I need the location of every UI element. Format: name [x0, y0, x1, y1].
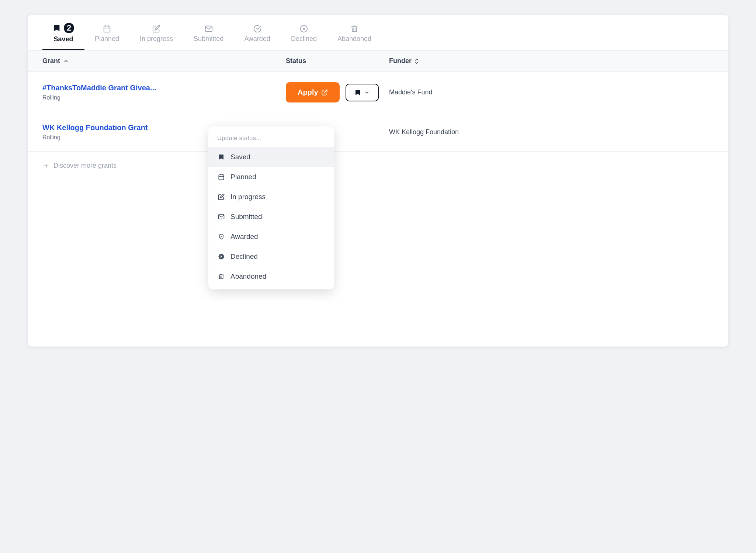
- col-header-funder[interactable]: Funder: [389, 57, 714, 65]
- envelope-icon-submitted: [205, 25, 213, 33]
- external-link-icon: [321, 89, 328, 96]
- tab-saved[interactable]: 2 Saved: [42, 15, 84, 50]
- dropdown-item-declined[interactable]: Declined: [208, 247, 334, 267]
- apply-button[interactable]: Apply: [286, 82, 340, 102]
- sort-both-icon: [414, 58, 420, 64]
- calendar-icon-planned: [103, 25, 111, 33]
- svg-rect-8: [219, 175, 224, 180]
- dropdown-item-saved[interactable]: Saved: [208, 147, 334, 167]
- x-circle-icon-declined: [300, 25, 308, 33]
- tab-awarded[interactable]: Awarded: [234, 17, 281, 49]
- tab-bar: 2 Saved Planned In progress: [28, 15, 728, 51]
- bookmark-status-icon: [354, 89, 361, 96]
- row1-funder: Maddie's Fund: [389, 88, 714, 96]
- bookmark-icon-dropdown: [217, 154, 225, 160]
- dropdown-item-inprogress[interactable]: In progress: [208, 187, 334, 207]
- dropdown-item-awarded[interactable]: Awarded: [208, 227, 334, 247]
- grant-sub-1: Rolling: [42, 94, 286, 101]
- dropdown-item-abandoned[interactable]: Abandoned: [208, 267, 334, 286]
- tab-planned-label: Planned: [95, 35, 119, 43]
- row1-status-col: Apply: [286, 82, 389, 102]
- svg-line-7: [324, 90, 327, 93]
- dropdown-item-planned[interactable]: Planned: [208, 167, 334, 187]
- tab-declined[interactable]: Declined: [281, 17, 327, 49]
- pencil-icon-inprogress: [152, 25, 160, 33]
- x-circle-icon-dropdown: [217, 253, 225, 260]
- envelope-icon-dropdown: [217, 213, 225, 220]
- status-dropdown-button[interactable]: [346, 84, 379, 101]
- trash-icon-dropdown: [217, 273, 225, 280]
- main-container: 2 Saved Planned In progress: [28, 15, 728, 347]
- trash-icon-abandoned: [350, 25, 358, 33]
- tab-planned[interactable]: Planned: [84, 17, 129, 49]
- chevron-down-icon: [364, 90, 370, 95]
- discover-more-row[interactable]: Discover more grants: [28, 152, 728, 180]
- calendar-icon-dropdown: [217, 174, 225, 180]
- col-header-status: Status: [286, 57, 389, 65]
- discover-label: Discover more grants: [53, 162, 117, 170]
- tab-awarded-label: Awarded: [244, 35, 270, 43]
- table-row: WK Kellogg Foundation Grant Rolling WK K…: [28, 113, 728, 152]
- tab-inprogress-label: In progress: [140, 35, 173, 43]
- grant-name-1[interactable]: #ThanksToMaddie Grant Givea...: [42, 84, 286, 92]
- dropdown-placeholder: Update status...: [208, 129, 334, 147]
- table-row: #ThanksToMaddie Grant Givea... Rolling A…: [28, 72, 728, 113]
- tab-submitted[interactable]: Submitted: [183, 17, 234, 49]
- tab-abandoned[interactable]: Abandoned: [327, 17, 382, 49]
- tab-submitted-label: Submitted: [194, 35, 223, 43]
- dropdown-item-submitted[interactable]: Submitted: [208, 207, 334, 227]
- status-dropdown-menu: Update status... Saved Planned: [208, 126, 334, 289]
- plus-icon: [42, 162, 50, 170]
- pencil-icon-dropdown: [217, 194, 225, 200]
- row2-funder: WK Kellogg Foundation: [389, 128, 714, 136]
- sort-asc-icon: [63, 58, 69, 64]
- tab-abandoned-label: Abandoned: [337, 35, 371, 43]
- tab-saved-label: Saved: [53, 35, 73, 43]
- check-shield-icon-dropdown: [217, 233, 225, 240]
- tab-in-progress[interactable]: In progress: [129, 17, 183, 49]
- row1-grant-col: #ThanksToMaddie Grant Givea... Rolling: [42, 84, 286, 101]
- table-header: Grant Status Funder: [28, 51, 728, 72]
- saved-badge: 2: [64, 23, 74, 33]
- col-header-grant[interactable]: Grant: [42, 57, 286, 65]
- tab-declined-label: Declined: [291, 35, 317, 43]
- check-circle-icon-awarded: [253, 25, 261, 33]
- svg-rect-0: [104, 26, 110, 32]
- bookmark-icon-saved: [53, 24, 61, 32]
